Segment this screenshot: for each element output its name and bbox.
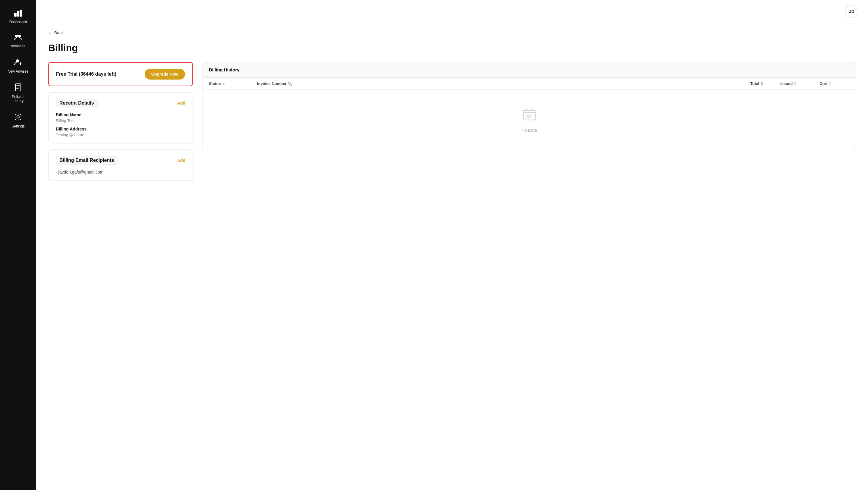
new-advisee-icon <box>14 58 22 67</box>
col-due-label: Due <box>819 81 827 86</box>
avatar[interactable]: JD <box>845 5 858 18</box>
sidebar-dashboard-label: Dashboard <box>9 20 27 24</box>
sidebar-settings-label: Settings <box>11 124 24 128</box>
receipt-details-add[interactable]: Add <box>177 101 185 105</box>
settings-icon <box>14 113 22 122</box>
sidebar-policies-label: PoliciesLibrary <box>12 95 24 103</box>
total-sort-icon[interactable]: ⇅ <box>761 82 763 86</box>
svg-rect-8 <box>523 110 535 120</box>
no-data-text: No Data <box>521 128 537 132</box>
svg-rect-0 <box>14 13 17 17</box>
left-column: Free Trial (36446 days left) Upgrade Now… <box>48 62 193 181</box>
svg-point-3 <box>15 35 18 38</box>
billing-email-value: - jayden.gafs@gmail.com <box>56 170 185 175</box>
billing-email-card: Billing Email Recipients Add - jayden.ga… <box>48 150 193 181</box>
svg-point-7 <box>17 116 19 118</box>
billing-address-label: Billing Address <box>56 127 185 131</box>
sidebar-item-policies-library[interactable]: PoliciesLibrary <box>0 80 36 107</box>
sidebar-advisees-label: Advisees <box>11 44 26 48</box>
sidebar: Dashboard Advisees New Advisee <box>0 0 36 490</box>
svg-rect-6 <box>16 84 21 91</box>
back-link[interactable]: ← Back <box>48 30 856 35</box>
sidebar-item-new-advisee[interactable]: New Advisee <box>0 54 36 77</box>
sidebar-new-advisee-label: New Advisee <box>7 69 28 73</box>
svg-rect-2 <box>20 10 22 17</box>
col-invoice-number: Invoice Number 🔍 <box>257 81 750 86</box>
receipt-details-card: Receipt Details Add Billing Name Billing… <box>48 92 193 144</box>
invoice-search-icon[interactable]: 🔍 <box>288 82 292 86</box>
status-filter-icon[interactable]: ▼ <box>222 82 225 86</box>
billing-address-value: Testing @ home <box>56 132 185 137</box>
dashboard-icon <box>14 10 22 18</box>
svg-rect-1 <box>17 11 19 17</box>
billing-history-header: Billing History <box>203 62 856 78</box>
billing-name-value: Billing Test <box>56 118 185 123</box>
content-grid: Free Trial (36446 days left) Upgrade Now… <box>48 62 856 181</box>
billing-history-table-header: Status ▼ Invoice Number 🔍 Total ⇅ Issued… <box>203 78 856 90</box>
page-title: Billing <box>48 42 856 54</box>
billing-history-panel: Billing History Status ▼ Invoice Number … <box>203 62 856 151</box>
col-total-label: Total <box>750 81 759 86</box>
billing-name-label: Billing Name <box>56 113 185 117</box>
col-total: Total ⇅ <box>750 81 780 86</box>
col-status: Status ▼ <box>209 81 257 86</box>
col-due: Due ⇅ <box>819 81 849 86</box>
col-invoice-label: Invoice Number <box>257 81 287 86</box>
content-area: ← Back Billing Free Trial (36446 days le… <box>36 23 868 490</box>
trial-banner: Free Trial (36446 days left) Upgrade Now <box>48 62 193 86</box>
main-content: JD ← Back Billing Free Trial (36446 days… <box>36 0 868 490</box>
col-issued: Issued ⇅ <box>780 81 819 86</box>
sidebar-item-settings[interactable]: Settings <box>0 109 36 132</box>
billing-email-add[interactable]: Add <box>177 158 185 163</box>
issued-sort-icon[interactable]: ⇅ <box>794 82 797 86</box>
avatar-initials: JD <box>849 9 855 14</box>
svg-point-4 <box>18 35 21 38</box>
receipt-details-title: Receipt Details <box>56 98 98 108</box>
billing-history-title: Billing History <box>209 67 240 72</box>
due-sort-icon[interactable]: ⇅ <box>828 82 831 86</box>
billing-history-body: No Data <box>203 90 856 151</box>
billing-email-title: Billing Email Recipients <box>56 156 118 165</box>
sidebar-item-advisees[interactable]: Advisees <box>0 30 36 52</box>
back-arrow-icon: ← <box>48 30 53 35</box>
advisees-icon <box>13 34 23 42</box>
policies-icon <box>14 83 22 93</box>
col-status-label: Status <box>209 81 221 86</box>
col-issued-label: Issued <box>780 81 793 86</box>
back-label: Back <box>54 30 64 35</box>
upgrade-now-button[interactable]: Upgrade Now <box>145 69 185 80</box>
billing-email-header: Billing Email Recipients Add <box>56 156 185 165</box>
sidebar-item-dashboard[interactable]: Dashboard <box>0 6 36 28</box>
receipt-details-header: Receipt Details Add <box>56 98 185 108</box>
no-data-icon <box>522 108 537 124</box>
trial-text: Free Trial (36446 days left) <box>56 71 116 77</box>
header: JD <box>36 0 868 23</box>
